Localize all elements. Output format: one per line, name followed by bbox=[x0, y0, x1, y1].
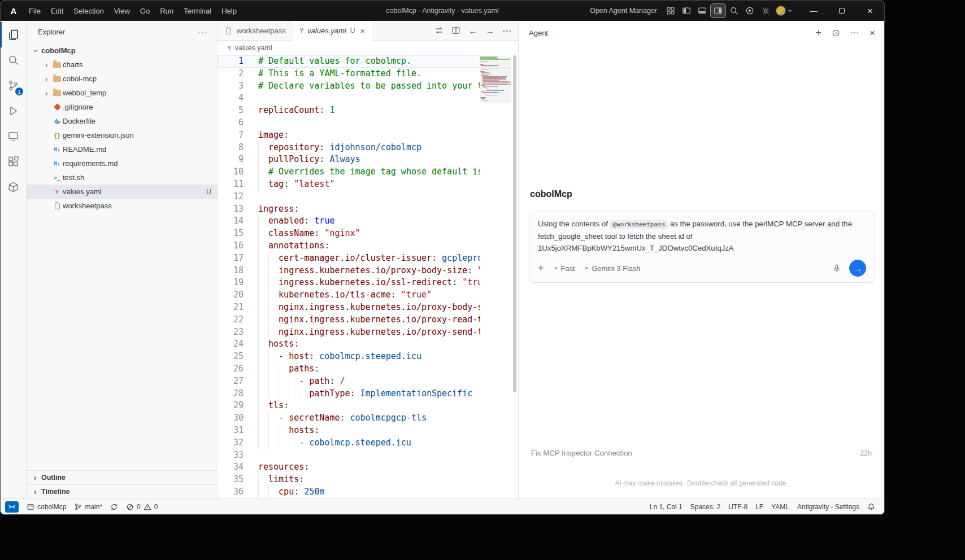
code-line[interactable]: 18ingress.kubernetes.io/proxy-body-size:… bbox=[218, 265, 480, 277]
code-line[interactable]: 20kubernetes.io/tls-acme: "true" bbox=[218, 289, 480, 301]
code-line[interactable]: 7image: bbox=[218, 129, 480, 142]
workspace-indicator[interactable]: cobolMcp bbox=[23, 501, 69, 513]
code-line[interactable]: 32- cobolmcp.steeped.icu bbox=[218, 437, 480, 449]
tab-values-yaml[interactable]: Y values.yaml U × bbox=[293, 21, 372, 40]
close-tab-icon[interactable]: × bbox=[360, 27, 365, 35]
status-ln-1-col-1[interactable]: Ln 1, Col 1 bbox=[646, 501, 686, 513]
sidebar-more-button[interactable]: ··· bbox=[198, 27, 208, 37]
toggle-left-panel-button[interactable] bbox=[679, 3, 694, 18]
section-outline[interactable]: › Outline bbox=[27, 470, 217, 484]
section-timeline[interactable]: › Timeline bbox=[27, 484, 217, 498]
menu-run[interactable]: Run bbox=[155, 5, 179, 18]
menu-help[interactable]: Help bbox=[216, 5, 242, 18]
tree-item-README-md[interactable]: M↓README.md bbox=[27, 142, 217, 156]
navigate-forward-button[interactable]: → bbox=[482, 23, 498, 38]
minimap-slider[interactable] bbox=[480, 56, 511, 103]
activity-explorer-button[interactable] bbox=[1, 22, 26, 47]
minimize-button[interactable]: — bbox=[799, 1, 828, 21]
code-editor[interactable]: 1# Default values for cobolmcp.2# This i… bbox=[218, 55, 518, 498]
code-line[interactable]: 6 bbox=[218, 117, 480, 129]
code-line[interactable]: 8repository: idjohnson/cobolmcp bbox=[218, 142, 480, 154]
sync-button[interactable] bbox=[107, 501, 121, 513]
speed-dropdown[interactable]: Fast bbox=[553, 264, 575, 273]
tree-item-cobol-mcp[interactable]: ›cobol-mcp bbox=[27, 72, 217, 86]
history-item[interactable]: Fix MCP Inspector Connection 22h bbox=[519, 445, 884, 461]
agent-prompt-card[interactable]: Using the contents of @worksheetpass as … bbox=[529, 211, 875, 283]
activity-remote-explorer-button[interactable] bbox=[1, 124, 26, 149]
code-line[interactable]: 9pullPolicy: Always bbox=[218, 154, 480, 166]
code-line[interactable]: 15className: "nginx" bbox=[218, 228, 480, 240]
titlebar-search-button[interactable] bbox=[726, 3, 742, 18]
more-actions-button[interactable]: ⋯ bbox=[499, 23, 515, 38]
menu-go[interactable]: Go bbox=[135, 5, 155, 18]
agent-grid-button[interactable] bbox=[663, 3, 679, 18]
attach-button[interactable]: + bbox=[538, 263, 544, 273]
code-line[interactable]: 2# This is a YAML-formatted file. bbox=[218, 68, 480, 80]
code-line[interactable]: 36cpu: 250m bbox=[218, 486, 480, 498]
editor-scrollbar[interactable] bbox=[511, 55, 518, 498]
status-yaml[interactable]: YAML bbox=[768, 501, 793, 513]
activity-extensions-button[interactable] bbox=[1, 149, 26, 174]
remote-indicator[interactable]: >< bbox=[5, 501, 19, 513]
agent-more-button[interactable]: ⋯ bbox=[850, 28, 859, 38]
notifications-button[interactable] bbox=[864, 501, 879, 513]
minimap[interactable] bbox=[480, 56, 511, 498]
history-icon[interactable] bbox=[832, 29, 840, 37]
close-button[interactable]: × bbox=[856, 1, 884, 21]
menu-edit[interactable]: Edit bbox=[46, 5, 68, 18]
status-utf-8[interactable]: UTF-8 bbox=[725, 501, 751, 513]
send-button[interactable]: → bbox=[849, 260, 866, 277]
code-line[interactable]: 29tls: bbox=[218, 400, 480, 412]
code-line[interactable]: 5replicaCount: 1 bbox=[218, 104, 480, 117]
scrollbar-thumb[interactable] bbox=[513, 55, 516, 392]
code-line[interactable]: 34resources: bbox=[218, 461, 480, 474]
menu-terminal[interactable]: Terminal bbox=[179, 5, 216, 18]
activity-run-debug-button[interactable] bbox=[1, 98, 26, 124]
code-line[interactable]: 19ingress.kubernetes.io/ssl-redirect: "t… bbox=[218, 277, 480, 289]
tree-item-test-sh[interactable]: >_test.sh bbox=[27, 170, 217, 185]
code-line[interactable]: 35limits: bbox=[218, 474, 480, 486]
code-line[interactable]: 16annotations: bbox=[218, 240, 480, 252]
code-line[interactable]: 25- host: cobolmcp.steeped.icu bbox=[218, 351, 480, 363]
git-branch-indicator[interactable]: main* bbox=[71, 501, 106, 513]
tree-item-values-yaml[interactable]: Yvalues.yamlU bbox=[27, 185, 217, 199]
settings-button[interactable] bbox=[758, 3, 773, 18]
activity-source-control-button[interactable]: 1 bbox=[1, 73, 26, 98]
code-line[interactable]: 23nginx.ingress.kubernetes.io/proxy-send… bbox=[218, 326, 480, 339]
tree-root-cobolMcp[interactable]: › cobolMcp bbox=[27, 43, 217, 58]
code-line[interactable]: 17cert-manager.io/cluster-issuer: gcplep… bbox=[218, 252, 480, 265]
breadcrumb[interactable]: Y values.yaml bbox=[218, 41, 518, 55]
tree-item-requirements-md[interactable]: M↓requirements.md bbox=[27, 156, 217, 170]
tree-item-Dockerfile[interactable]: Dockerfile bbox=[27, 114, 217, 128]
open-agent-manager-button[interactable]: Open Agent Manager bbox=[584, 5, 663, 17]
code-line[interactable]: 28pathType: ImplementationSpecific bbox=[218, 388, 480, 400]
activity-containers-button[interactable] bbox=[1, 174, 26, 200]
navigate-back-button[interactable]: ← bbox=[465, 23, 481, 38]
code-line[interactable]: 13ingress: bbox=[218, 203, 480, 216]
problems-indicator[interactable]: 0 0 bbox=[123, 501, 161, 513]
toggle-right-panel-button[interactable] bbox=[710, 3, 726, 18]
code-line[interactable]: 24hosts: bbox=[218, 338, 480, 351]
open-changes-button[interactable] bbox=[431, 23, 447, 38]
split-editor-button[interactable] bbox=[448, 23, 464, 38]
tab-worksheetpass[interactable]: worksheetpass bbox=[218, 21, 293, 40]
menu-view[interactable]: View bbox=[109, 5, 135, 18]
new-conversation-button[interactable]: + bbox=[816, 28, 822, 38]
code-line[interactable]: 21nginx.ingress.kubernetes.io/proxy-body… bbox=[218, 301, 480, 314]
code-line[interactable]: 27- path: / bbox=[218, 375, 480, 388]
code-line[interactable]: 3# Declare variables to be passed into y… bbox=[218, 80, 480, 93]
account-menu[interactable] bbox=[776, 6, 793, 16]
status-lf[interactable]: LF bbox=[752, 501, 767, 513]
code-line[interactable]: 10# Overrides the image tag whose defaul… bbox=[218, 166, 480, 178]
menu-selection[interactable]: Selection bbox=[68, 5, 108, 18]
code-line[interactable]: 14enabled: true bbox=[218, 215, 480, 228]
code-line[interactable]: 33 bbox=[218, 449, 480, 462]
status-spaces-2[interactable]: Spaces: 2 bbox=[687, 501, 724, 513]
code-line[interactable]: 26paths: bbox=[218, 363, 480, 375]
model-dropdown[interactable]: Gemini 3 Flash bbox=[584, 264, 640, 273]
tree-item-webbol_temp[interactable]: ›webbol_temp bbox=[27, 86, 217, 100]
code-line[interactable]: 22nginx.ingress.kubernetes.io/proxy-read… bbox=[218, 314, 480, 326]
microphone-icon[interactable] bbox=[832, 264, 841, 273]
status-antigravity-settings[interactable]: Antigravity - Settings bbox=[794, 501, 863, 513]
code-line[interactable]: 1# Default values for cobolmcp. bbox=[218, 55, 480, 68]
